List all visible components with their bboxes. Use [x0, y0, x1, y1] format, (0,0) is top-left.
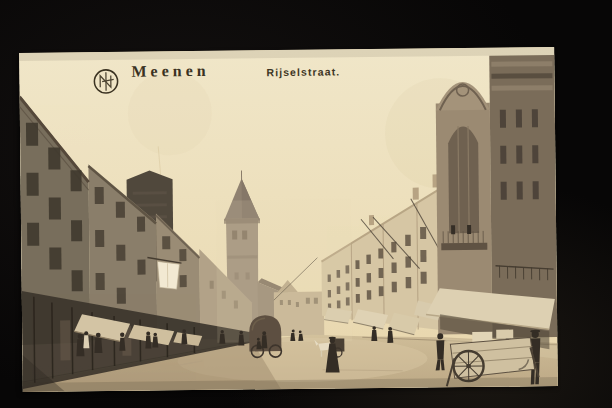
postcard: Meenen Rijselstraat.: [19, 47, 558, 392]
distance-haze: [216, 199, 353, 342]
nels-monogram-icon: [91, 67, 120, 96]
street-name-caption: Rijselstraat.: [266, 65, 340, 78]
card-header: Meenen Rijselstraat.: [19, 47, 555, 103]
postcard-title: Meenen: [131, 62, 209, 81]
scanned-postcard-on-black: Meenen Rijselstraat.: [0, 0, 612, 408]
